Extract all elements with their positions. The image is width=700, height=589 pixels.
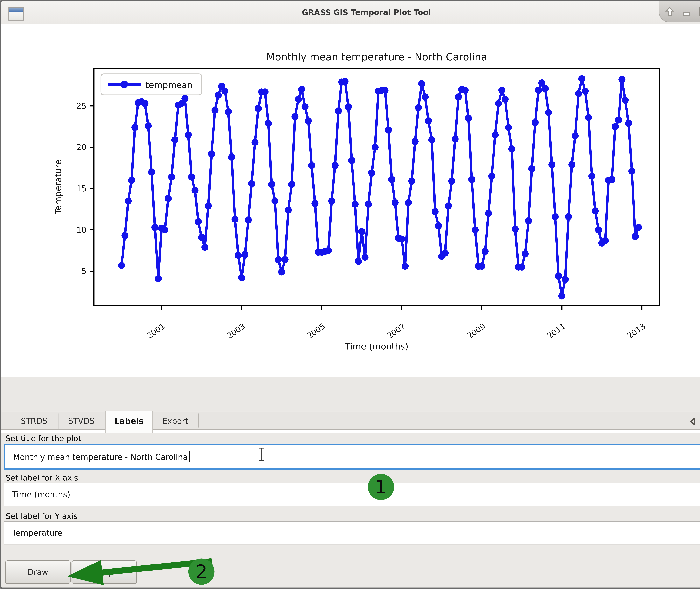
tab-stvds[interactable]: STVDS xyxy=(58,413,104,430)
x-tick-label: 2001 xyxy=(145,322,167,341)
data-point xyxy=(501,96,508,103)
x-tick-label: 2003 xyxy=(225,322,247,341)
data-point xyxy=(358,228,365,235)
temperature-chart: 5101520252001200320052007200920112013Mon… xyxy=(1,24,700,377)
data-point xyxy=(558,292,565,300)
data-point xyxy=(268,181,275,188)
data-point xyxy=(525,217,532,224)
data-point xyxy=(415,104,422,111)
tab-scroll-left-icon[interactable] xyxy=(688,416,699,427)
window-title: GRASS GIS Temporal Plot Tool xyxy=(1,1,700,24)
data-point xyxy=(562,276,569,283)
x-tick-label: 2009 xyxy=(465,322,487,341)
data-point xyxy=(222,87,229,94)
data-point xyxy=(635,224,642,231)
data-point xyxy=(155,275,162,282)
data-point xyxy=(425,117,432,124)
chart-ylabel: Temperature xyxy=(53,160,63,214)
data-point xyxy=(622,97,629,104)
data-point xyxy=(615,117,622,124)
data-point xyxy=(202,244,209,251)
data-point xyxy=(188,173,195,180)
data-point xyxy=(298,86,305,93)
labels-panel: Set title for the plot Monthly mean temp… xyxy=(1,433,700,588)
shade-window-button[interactable] xyxy=(664,6,676,18)
help-button[interactable]: Help xyxy=(71,560,137,584)
data-point xyxy=(565,213,572,220)
chart-title: Monthly mean temperature - North Carolin… xyxy=(266,51,487,63)
data-point xyxy=(255,105,262,112)
data-point xyxy=(145,122,152,129)
data-point xyxy=(521,250,529,257)
xaxis-label-value: Time (months) xyxy=(12,490,70,499)
data-point xyxy=(392,199,399,206)
data-point xyxy=(148,169,155,176)
data-point xyxy=(125,197,132,204)
data-point xyxy=(532,119,539,126)
legend-marker-sample xyxy=(120,81,128,88)
title-field-label: Set title for the plot xyxy=(6,434,81,443)
tab-strds[interactable]: STRDS xyxy=(11,413,57,430)
data-point xyxy=(312,200,319,207)
yaxis-field-label: Set label for Y axis xyxy=(6,512,77,521)
xaxis-label-input[interactable]: Time (months) xyxy=(4,483,700,506)
data-point xyxy=(118,262,125,269)
step2-badge: 2 xyxy=(188,559,215,585)
data-point xyxy=(235,252,242,259)
data-point xyxy=(288,181,295,188)
data-point xyxy=(372,144,379,151)
data-point xyxy=(302,103,309,110)
data-point xyxy=(445,202,452,209)
data-point xyxy=(575,90,582,97)
data-point xyxy=(141,100,148,107)
data-point xyxy=(368,169,375,176)
data-point xyxy=(629,168,636,175)
data-point xyxy=(498,87,505,94)
data-point xyxy=(352,201,359,208)
draw-button[interactable]: Draw xyxy=(5,560,70,584)
data-point xyxy=(465,115,472,122)
data-point xyxy=(418,80,425,87)
data-point xyxy=(362,253,369,260)
data-point xyxy=(485,210,492,217)
x-tick-label: 2013 xyxy=(625,322,647,341)
data-point xyxy=(481,248,488,255)
data-point xyxy=(305,117,312,124)
data-point xyxy=(292,113,299,120)
data-point xyxy=(461,87,468,94)
data-point xyxy=(382,87,389,94)
data-point xyxy=(412,138,419,145)
data-point xyxy=(121,232,128,239)
data-point xyxy=(398,235,405,242)
minimize-window-button[interactable] xyxy=(681,6,693,18)
y-tick-label: 10 xyxy=(76,225,86,234)
data-point xyxy=(245,216,252,223)
step1-badge: 1 xyxy=(368,474,394,500)
yaxis-label-value: Temperature xyxy=(12,528,63,538)
data-point xyxy=(602,237,609,244)
tab-labels[interactable]: Labels xyxy=(105,411,153,433)
data-point xyxy=(495,100,502,107)
data-point xyxy=(552,213,559,220)
data-point xyxy=(232,216,239,223)
data-point xyxy=(505,124,512,131)
data-point xyxy=(585,114,592,121)
data-point xyxy=(212,107,219,114)
data-point xyxy=(405,199,412,206)
data-point xyxy=(168,173,175,180)
data-point xyxy=(455,93,462,100)
data-point xyxy=(252,139,259,146)
xaxis-field-label: Set label for X axis xyxy=(6,473,78,482)
plot-title-input[interactable]: Monthly mean temperature - North Carolin… xyxy=(4,444,700,470)
maximize-window-button[interactable] xyxy=(697,6,700,18)
tab-export[interactable]: Export xyxy=(153,413,198,430)
data-point xyxy=(428,136,435,143)
data-point xyxy=(182,95,189,102)
y-tick-label: 5 xyxy=(81,266,86,276)
data-point xyxy=(595,226,602,233)
data-point xyxy=(625,120,632,127)
data-point xyxy=(295,96,302,103)
data-point xyxy=(265,120,272,127)
data-point xyxy=(569,161,576,168)
yaxis-label-input[interactable]: Temperature xyxy=(4,521,700,545)
